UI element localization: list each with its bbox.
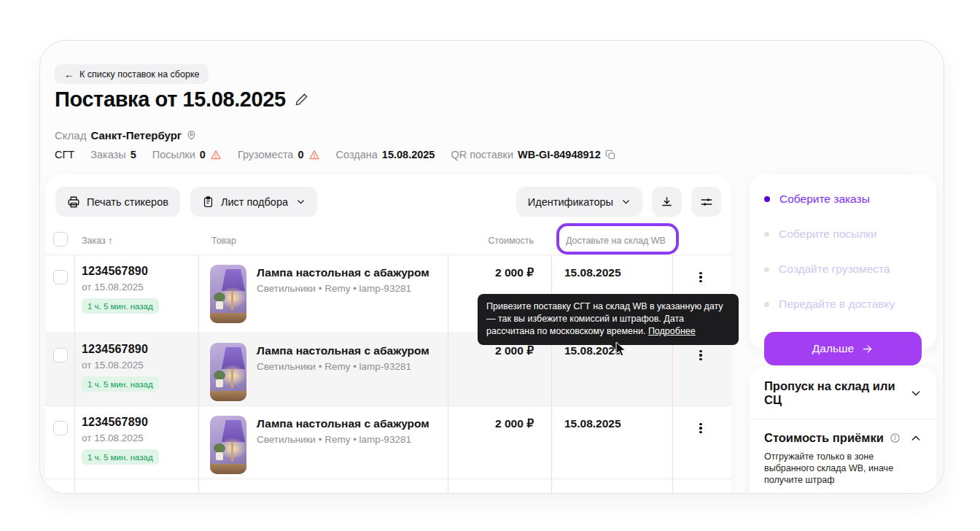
acceptance-title: Стоимость приёмки [764,431,884,445]
tooltip-more-link[interactable]: Подробнее [648,326,696,336]
orders-label: Заказы [90,149,125,160]
row-checkbox[interactable] [53,270,68,284]
created-label: Создана [336,149,378,160]
order-price: 2 000 ₽ [439,266,534,279]
warehouse-label: Склад [55,129,86,142]
sort-asc-icon: ↑ [108,236,112,246]
identifiers-label: Идентификаторы [528,196,613,208]
time-ago-badge: 1 ч. 5 мин. назад [82,376,159,392]
order-id: 1234567890 [82,343,148,356]
select-all-checkbox[interactable] [53,232,68,247]
warehouse-value: Санкт-Петербург [90,129,182,142]
step-bullet [764,267,769,272]
back-button-label: К списку поставок на сборке [79,69,199,80]
location-pin-icon[interactable] [186,130,197,141]
product-info: Светильники • Remy • lamp-93281 [257,283,411,294]
order-id: 1234567890 [82,416,148,429]
chevron-down-icon [910,387,922,399]
step-label: Соберите заказы [779,193,870,206]
step-collect-parcels: Соберите посылки [764,227,922,241]
pick-list-button[interactable]: Лист подбора [190,187,317,217]
row-menu-button[interactable] [694,347,707,363]
product-name: Лампа настольная с абажуром [257,344,429,357]
download-icon [661,195,673,208]
step-label: Создайте грузоместа [779,263,890,276]
warning-icon [308,150,320,160]
supply-meta-row: СГТ Заказы 5 Посылки 0 Грузоместа 0 Созд… [55,149,616,160]
row-checkbox[interactable] [53,348,68,363]
product-image [210,416,246,474]
clipboard-icon [202,195,214,209]
order-date: от 15.08.2025 [82,360,144,371]
order-date: от 15.08.2025 [82,433,144,443]
column-header-price: Стоимость [439,236,534,246]
back-to-supplies-button[interactable]: ← К списку поставок на сборке [55,64,209,84]
chevron-down-icon [621,197,631,206]
product-info: Светильники • Remy • lamp-93281 [257,434,411,445]
order-price: 2 000 ₽ [439,417,534,430]
download-button[interactable] [652,187,682,217]
page-title: Поставка от 15.08.2025 [55,88,286,112]
column-header-order[interactable]: Заказ ↑ [82,236,113,246]
acceptance-body-text: Отгружайте только в зоне выбранного скла… [764,451,920,486]
warehouse-pass-section[interactable]: Пропуск на склад или СЦ [750,368,936,419]
deliver-date-tooltip: Привезите поставку СГТ на склад WB в ука… [478,294,739,345]
sgt-label: СГТ [55,149,74,160]
chevron-down-icon [296,197,306,206]
order-price: 2 000 ₽ [439,344,534,357]
acceptance-more-link[interactable]: Подробнее [764,493,813,494]
step-bullet [764,196,770,202]
app-canvas: ← К списку поставок на сборке Поставка о… [39,40,944,494]
table-settings-button[interactable] [691,187,721,217]
parcels-label: Посылки [152,149,195,160]
created-date: 15.08.2025 [382,149,435,160]
deliver-date: 15.08.2025 [564,417,621,430]
printer-icon [67,195,80,209]
next-button-label: Дальше [812,342,854,355]
row-checkbox[interactable] [53,421,68,435]
chevron-up-icon [910,433,922,444]
time-ago-badge: 1 ч. 5 мин. назад [82,298,159,314]
next-step-button[interactable]: Дальше [764,332,922,365]
info-panels-card: Пропуск на склад или СЦ Стоимость приёмк… [750,368,936,494]
step-create-cargo: Создайте грузоместа [764,262,922,276]
qr-label: QR поставки [451,149,513,160]
edit-title-icon[interactable] [295,93,308,106]
step-handover-delivery: Передайте в доставку [764,297,922,311]
step-label: Передайте в доставку [779,298,895,311]
order-id: 1234567890 [82,265,148,278]
product-image [210,265,246,323]
step-collect-orders: Соберите заказы [764,192,922,206]
cargo-count: 0 [298,149,303,160]
row-menu-button[interactable] [694,269,707,285]
pass-title: Пропуск на склад или СЦ [764,379,910,407]
row-menu-button[interactable] [694,420,707,436]
identifiers-dropdown[interactable]: Идентификаторы [516,187,642,217]
info-icon[interactable] [890,433,901,443]
qr-code-value: WB-GI-84948912 [518,149,601,160]
print-stickers-button[interactable]: Печать стикеров [55,187,180,217]
parcels-count: 0 [200,149,206,160]
cargo-label: Грузоместа [238,149,294,160]
supply-steps-card: Соберите заказы Соберите посылки Создайт… [750,174,936,349]
time-ago-badge: 1 ч. 5 мин. назад [82,449,159,465]
column-header-product: Товар [211,236,236,246]
product-name: Лампа настольная с абажуром [257,266,429,279]
step-label: Соберите посылки [779,228,877,241]
pick-list-label: Лист подбора [221,196,288,208]
warning-icon [210,150,222,160]
sliders-icon [700,195,713,209]
acceptance-cost-section[interactable]: Стоимость приёмки [750,419,936,449]
product-name: Лампа настольная с абажуром [257,417,429,430]
step-bullet [764,302,769,307]
order-date: от 15.08.2025 [82,282,144,292]
product-info: Светильники • Remy • lamp-93281 [257,361,411,372]
deliver-date: 15.08.2025 [564,266,621,279]
copy-icon[interactable] [605,150,616,160]
tooltip-arrow [610,344,621,349]
column-header-deliver[interactable]: Доставьте на склад WB [566,236,666,246]
print-stickers-label: Печать стикеров [87,196,168,208]
back-arrow-icon: ← [64,69,74,80]
arrow-right-icon [861,344,874,354]
product-image [210,343,246,401]
